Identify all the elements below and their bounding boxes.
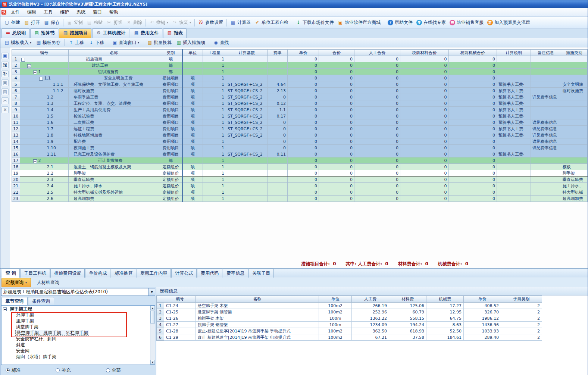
table-row[interactable]: 161.11已完工程及设备保护费费用项目项1ST_SQRGF+CS_20.110… xyxy=(12,151,588,157)
tree-item-chimney-scaffold[interactable]: 烟囱（水塔）脚手架 xyxy=(1,354,155,360)
column-header[interactable]: 合价 xyxy=(319,50,354,56)
unit-project-self-check-button[interactable]: ✔单位工程自检 xyxy=(253,18,290,27)
column-header[interactable]: 单价 xyxy=(287,50,319,56)
bottom-tab-measure-fee-settings[interactable]: 措施费用设置 xyxy=(50,269,85,278)
bottom-tab-sub-item-materials[interactable]: 子目工料机 xyxy=(20,269,50,278)
delete-button[interactable]: ✕删除 xyxy=(124,18,144,27)
paste-button[interactable]: ▤ xyxy=(1,88,9,95)
table-row[interactable]: 232.6超高增加费定额组价项100000超高增加费 xyxy=(12,196,588,202)
scroll-down-icon[interactable]: ▼ xyxy=(150,360,155,365)
quota-table-row[interactable]: 1C1-24悬空脚手架 木架100m2266.19125.0617.27408.… xyxy=(157,303,542,309)
close-button[interactable]: ✕ xyxy=(1,106,9,113)
scroll-up-icon[interactable]: ▲ xyxy=(150,306,155,310)
chapter-tree[interactable]: −脚手架工程外脚手架里脚手架满堂脚手架悬空脚手架、挑脚手架、吊栏脚手架安全防护栏… xyxy=(1,305,155,365)
table-row[interactable]: 61.1.2临时设施费费用项目项1ST_SQRGF+CS_22.1300000预… xyxy=(12,88,588,94)
table-row[interactable]: 111.6二次搬运费费用项目项1ST_SQRGF+CS_2000000预算书人工… xyxy=(12,119,588,126)
supplement-button[interactable]: 补 xyxy=(1,71,9,77)
tab-condition-query[interactable]: 条件查询 xyxy=(28,297,54,305)
tree-item-safety-rail[interactable]: 安全防护栏杆、封闭 xyxy=(1,336,155,342)
tab-reports[interactable]: ▧报表 xyxy=(163,28,187,38)
quota-info-table[interactable]: 编号名称单位人工费材料费机械费单价子目类别1C1-24悬空脚手架 木架100m2… xyxy=(156,296,542,341)
column-header[interactable]: 费率 xyxy=(267,50,287,56)
insert-measure-item-button[interactable]: ▥插入措施项 xyxy=(174,39,207,47)
table-row[interactable]: 101.5检验试验费费用项目项1ST_SQRGF+CS_20.1700000预算… xyxy=(12,113,588,119)
join-group-button[interactable]: 群加入预算员交流群 xyxy=(485,18,532,27)
quota-table-row[interactable]: 5C1-28废止-新建总造字[2014]19 吊篮脚手架 手动提升式100m23… xyxy=(157,328,542,334)
cut-button[interactable]: ✂剪切 xyxy=(104,18,124,27)
menu-tools[interactable]: 工具 xyxy=(40,8,56,16)
collapse-icon[interactable]: − xyxy=(21,58,25,62)
tab-measure-items[interactable]: ▥措施项目 xyxy=(59,28,91,38)
collapse-icon[interactable]: − xyxy=(39,77,43,81)
column-header[interactable]: 机械费 xyxy=(426,296,464,303)
table-row[interactable]: 4−1.1安全文明施工费措施项目项100000 xyxy=(12,75,588,81)
table-row[interactable]: 2−建筑工程部100000 xyxy=(12,62,588,69)
online-expert-button[interactable]: 专在线找专家 xyxy=(415,18,448,27)
table-row[interactable]: 51.1.1环境保护费、文明施工费、安全施工费费用项目项1ST_SQRGF+CS… xyxy=(12,81,588,88)
quota-table-row[interactable]: 4C1-27挑脚手架 钢管架100m1234.09194.248.631436.… xyxy=(157,322,542,328)
table-row[interactable]: 202.3垂直运输费定额组价项100000垂直运输费 xyxy=(12,176,588,183)
template-load-button[interactable]: ▤模板载入▾ xyxy=(2,39,34,47)
column-header[interactable]: 名称 xyxy=(69,50,159,56)
table-row[interactable]: 3−1组织措施费部100000 xyxy=(12,69,588,75)
find-button[interactable]: ◉查找 xyxy=(211,39,231,47)
bottom-tab-query[interactable]: 查 询 xyxy=(2,269,20,278)
column-header[interactable]: 单位 xyxy=(319,296,352,303)
bottom-tab-related-sub-items[interactable]: 关联子目 xyxy=(248,269,274,278)
table-row[interactable]: 121.7远征工程费费用项目项1ST_SQRGF+CS_2000000预算书人工… xyxy=(12,126,588,132)
scroll-thumb[interactable] xyxy=(150,311,155,324)
tree-scrollbar[interactable]: ▲ ▼ xyxy=(150,306,155,365)
undo-button[interactable]: ↶撤销▾ xyxy=(147,18,170,27)
tab-budget-book[interactable]: ▤预算书 xyxy=(30,28,58,38)
tree-item-ramp[interactable]: 斜道 xyxy=(1,342,155,348)
new-file-button[interactable]: ▢创建 xyxy=(2,18,22,27)
column-header[interactable]: 人工费 xyxy=(352,296,389,303)
quota-button[interactable]: 定 xyxy=(1,62,9,68)
bottom-tab-rate-info[interactable]: 费率信息 xyxy=(223,269,248,278)
column-header[interactable]: 计算说明 xyxy=(497,50,531,56)
column-header[interactable]: 计算基数 xyxy=(226,50,268,56)
table-row[interactable]: 222.5特大型机械安拆及场外运输定额组价项100000特大型机械 xyxy=(12,189,588,196)
menu-file[interactable]: 文件 xyxy=(7,8,24,16)
column-header[interactable]: 编号 xyxy=(20,50,69,56)
column-header[interactable]: 工程量 xyxy=(203,50,226,56)
menu-edit[interactable]: 编辑 xyxy=(24,8,40,16)
tab-labor-material-stats[interactable]: ⚙工料机统计 xyxy=(92,28,129,38)
radio-all[interactable]: 全部 xyxy=(106,367,156,374)
quota-table-row[interactable]: 2C1-25悬空脚手架 钢管架100m2252.9660.7912.95326.… xyxy=(157,309,542,315)
table-row[interactable]: 71.2冬雨季施工费费用项目项1ST_SQRGF+CS_2000000预算书人工… xyxy=(12,94,588,100)
bottom-tab-quota-work-content[interactable]: 定额工作内容 xyxy=(137,269,171,278)
tree-root-node[interactable]: −脚手架工程 xyxy=(1,306,155,312)
collapse-icon[interactable]: − xyxy=(33,71,37,74)
bottom-tab-standard-conversion[interactable]: 标准换算 xyxy=(111,269,136,278)
menu-help[interactable]: 帮助 xyxy=(106,8,122,16)
param-settings-button[interactable]: 设参数设置 xyxy=(196,18,225,27)
combo-dropdown-icon[interactable]: ▼ xyxy=(148,288,155,296)
column-header[interactable]: 编号 xyxy=(164,296,196,303)
quota-library-select[interactable]: 新疆建筑工程消耗量定额昌吉地区单位估价表(2010) ▼ xyxy=(1,288,155,296)
table-row[interactable]: 212.4施工排水、降水定额组价项100000施工排水、 xyxy=(12,183,588,189)
float-window-button[interactable]: ▣ xyxy=(1,53,9,59)
column-header[interactable]: 类别 xyxy=(159,50,182,56)
column-header[interactable]: 税前材料合价 xyxy=(400,50,449,56)
table-row[interactable]: 131.8特殊地区增加费费用项目项1ST_SQRGF+CS_2000000预算书… xyxy=(12,132,588,138)
tree-item-outer-scaffold[interactable]: 外脚手架 xyxy=(1,312,155,318)
table-row[interactable]: 17−2可计量措施费部100000 xyxy=(12,157,588,164)
help-file-button[interactable]: ?帮助文件 xyxy=(386,18,415,27)
table-row[interactable]: 1−措施项目项100000 xyxy=(12,56,588,62)
column-header[interactable]: 人工合价 xyxy=(354,50,400,56)
quota-table-row[interactable]: 3C1-26挑脚手架 木架100m1363.22558.1564.751986.… xyxy=(157,315,542,322)
table-row[interactable]: 182.1混凝土、钢筋混凝土模板及支架定额组价项100000模板 xyxy=(12,164,588,170)
column-header[interactable]: 措施类别 xyxy=(561,50,587,56)
bottom-tab-calc-formula[interactable]: 计算公式 xyxy=(171,269,197,278)
table-row[interactable]: 141.9配合费费用项目项1000000详见费率信息 xyxy=(12,138,588,145)
official-store-button[interactable]: ▣筑业软件官方商城 xyxy=(336,18,382,27)
table-row[interactable]: 192.2脚手架定额组价项100000脚手架 xyxy=(12,170,588,176)
menu-window[interactable]: 窗口 xyxy=(89,8,106,16)
batch-convert-button[interactable]: ▨批量换算 xyxy=(145,39,174,47)
template-save-as-button[interactable]: ▦模板另存 xyxy=(34,39,63,47)
redo-button[interactable]: ↷恢复▾ xyxy=(170,18,193,27)
collapse-icon[interactable]: − xyxy=(3,307,7,311)
measures-table[interactable]: 编号名称类别单位工程量计算基数费率单价合价人工合价税前材料合价税前机械合价计算说… xyxy=(12,49,588,202)
tree-item-full-hall-scaffold[interactable]: 满堂脚手架 xyxy=(1,324,155,330)
